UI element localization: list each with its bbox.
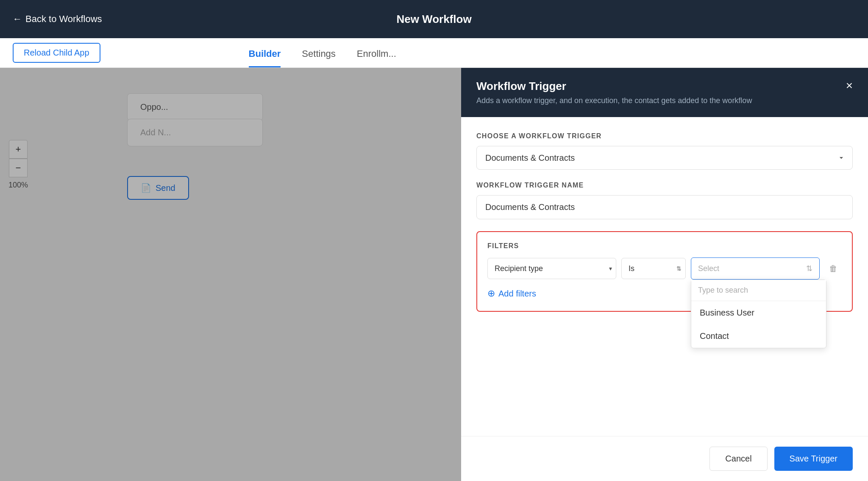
workflow-trigger-modal: Workflow Trigger Adds a workflow trigger…: [461, 68, 868, 481]
add-filters-button[interactable]: ⊕ Add filters: [487, 286, 536, 301]
save-trigger-button[interactable]: Save Trigger: [774, 447, 853, 471]
back-to-workflows-link[interactable]: ← Back to Workflows: [13, 14, 102, 25]
filter-val-placeholder: Select: [698, 264, 719, 273]
modal-close-button[interactable]: ×: [846, 80, 853, 92]
reload-child-app-button[interactable]: Reload Child App: [13, 43, 100, 63]
trash-icon: 🗑: [829, 264, 837, 274]
filters-label: FILTERS: [487, 242, 842, 250]
modal-header-text: Workflow Trigger Adds a workflow trigger…: [476, 80, 752, 105]
tab-enrollment[interactable]: Enrollm...: [357, 48, 396, 67]
modal-footer: Cancel Save Trigger: [461, 436, 868, 481]
filter-type-wrapper: Recipient type Status Document ▾: [487, 258, 616, 279]
modal-header: Workflow Trigger Adds a workflow trigger…: [461, 68, 868, 117]
filter-delete-button[interactable]: 🗑: [825, 260, 842, 277]
filter-val-search-input[interactable]: [691, 280, 826, 301]
workflow-trigger-select[interactable]: Documents & Contracts Contact Opportunit…: [476, 146, 853, 170]
filter-val-container: Select ⇅ Business User Contact: [691, 257, 820, 280]
trigger-name-label: WORKFLOW TRIGGER NAME: [476, 182, 853, 189]
trigger-name-input[interactable]: [476, 195, 853, 219]
cancel-button[interactable]: Cancel: [709, 447, 767, 471]
back-arrow-icon: ←: [13, 14, 22, 25]
filter-row: Recipient type Status Document ▾ Is Is n…: [487, 257, 842, 280]
back-to-workflows-label: Back to Workflows: [25, 14, 102, 25]
filter-op-wrapper: Is Is not Contains ⇅: [621, 258, 686, 279]
filter-type-select[interactable]: Recipient type Status Document: [487, 258, 616, 279]
dropdown-item-contact[interactable]: Contact: [691, 324, 826, 348]
choose-trigger-label: CHOOSE A WORKFLOW TRIGGER: [476, 132, 853, 140]
page-title: New Workflow: [396, 13, 471, 26]
filter-val-arrow-icon: ⇅: [806, 264, 812, 273]
add-filters-label: Add filters: [498, 289, 536, 299]
filter-val-select[interactable]: Select ⇅: [691, 257, 820, 280]
add-filters-icon: ⊕: [487, 288, 495, 299]
filter-op-select[interactable]: Is Is not Contains: [621, 258, 686, 279]
dropdown-item-business-user[interactable]: Business User: [691, 301, 826, 324]
filters-section: FILTERS Recipient type Status Document ▾: [476, 231, 853, 312]
main-canvas: + − 100% Oppo... Add N... 📄 Send Workflo…: [0, 68, 868, 481]
modal-body: CHOOSE A WORKFLOW TRIGGER Documents & Co…: [461, 117, 868, 436]
tabs-bar: Reload Child App Builder Settings Enroll…: [0, 38, 868, 68]
modal-title: Workflow Trigger: [476, 80, 752, 93]
tab-builder[interactable]: Builder: [249, 48, 281, 67]
modal-description: Adds a workflow trigger, and on executio…: [476, 96, 752, 105]
top-nav: ← Back to Workflows New Workflow: [0, 0, 868, 38]
tabs-container: Builder Settings Enrollm...: [249, 38, 396, 67]
filter-val-dropdown: Business User Contact: [691, 280, 826, 348]
tab-settings[interactable]: Settings: [302, 48, 336, 67]
